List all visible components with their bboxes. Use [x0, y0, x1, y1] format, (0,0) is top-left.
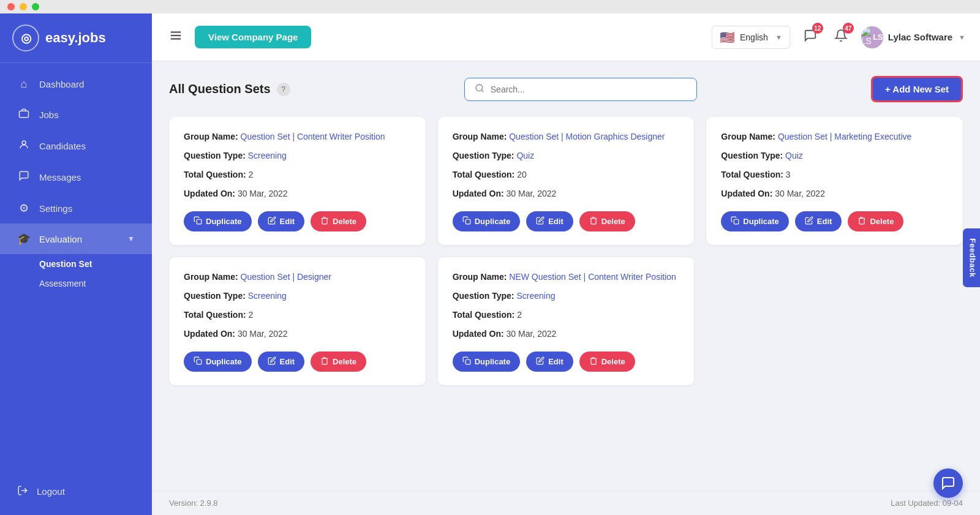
trash-icon [858, 216, 866, 227]
delete-button[interactable]: Delete [848, 211, 903, 231]
svg-rect-9 [734, 219, 739, 224]
card-group-name: Group Name: Question Set | Motion Graphi… [453, 130, 680, 143]
card-actions: Duplicate Edit Delete [453, 351, 680, 372]
duplicate-button[interactable]: Duplicate [453, 211, 521, 231]
edit-button[interactable]: Edit [526, 351, 573, 372]
messages-button[interactable]: 12 [800, 25, 821, 49]
sidebar-subitem-question-set[interactable]: Question Set [39, 254, 152, 274]
card-actions: Duplicate Edit Delete [184, 211, 411, 231]
question-card: Group Name: Question Set | Content Write… [169, 117, 426, 245]
svg-rect-8 [466, 219, 470, 224]
duplicate-button[interactable]: Duplicate [721, 211, 789, 231]
question-card: Group Name: Question Set | Designer Ques… [169, 257, 426, 385]
company-chevron-icon: ▼ [959, 34, 965, 41]
card-total-question: Total Question: 3 [721, 168, 948, 181]
sidebar-nav: ⌂ Dashboard Jobs Candidates Messages ⚙ S… [0, 63, 152, 468]
delete-button[interactable]: Delete [579, 351, 635, 372]
card-group-name: Group Name: Question Set | Designer [184, 271, 411, 284]
duplicate-icon [731, 216, 739, 227]
sidebar-item-label: Dashboard [39, 79, 84, 89]
logout-label: Logout [37, 486, 65, 497]
page-title: All Question Sets [169, 82, 271, 96]
card-group-name: Group Name: Question Set | Content Write… [184, 130, 411, 143]
notifications-button[interactable]: 47 [831, 25, 851, 49]
edit-icon [536, 216, 545, 227]
card-question-type: Question Type: Screening [184, 149, 411, 162]
svg-rect-0 [20, 111, 29, 118]
minimize-dot[interactable] [20, 3, 27, 10]
sidebar-item-evaluation[interactable]: 🎓 Evaluation ▼ [0, 224, 152, 254]
edit-button[interactable]: Edit [795, 211, 842, 231]
trash-icon [320, 356, 329, 367]
question-card: Group Name: NEW Question Set | Content W… [438, 257, 695, 385]
close-dot[interactable] [7, 3, 15, 10]
last-updated-text: Last Updated: 09-04 [891, 498, 963, 508]
company-avatar: LS [861, 26, 883, 48]
evaluation-icon: 🎓 [17, 232, 31, 246]
delete-button[interactable]: Delete [311, 211, 366, 231]
chat-bubble-button[interactable] [933, 468, 963, 498]
home-icon: ⌂ [17, 78, 31, 91]
language-selector[interactable]: 🇺🇸 English ▼ [712, 26, 790, 49]
duplicate-icon [194, 356, 202, 367]
svg-rect-10 [197, 359, 202, 364]
content-header: All Question Sets ? + Add New Set [169, 76, 963, 102]
duplicate-icon [194, 216, 202, 227]
card-updated-on: Updated On: 30 Mar, 2022 [453, 187, 680, 200]
sidebar: ◎ easy.jobs ⌂ Dashboard Jobs Candidates … [0, 13, 152, 515]
card-updated-on: Updated On: 30 Mar, 2022 [721, 187, 948, 200]
card-group-name: Group Name: NEW Question Set | Content W… [453, 271, 680, 284]
card-updated-on: Updated On: 30 Mar, 2022 [453, 328, 680, 340]
sidebar-item-candidates[interactable]: Candidates [0, 130, 152, 162]
card-total-question: Total Question: 2 [184, 168, 411, 181]
sidebar-subitem-assessment[interactable]: Assessment [39, 274, 152, 293]
main-content: View Company Page 🇺🇸 English ▼ 12 47 LS … [152, 13, 980, 515]
logout-item[interactable]: Logout [17, 476, 135, 506]
svg-point-1 [22, 141, 26, 145]
help-icon[interactable]: ? [277, 83, 290, 96]
card-actions: Duplicate Edit Delete [184, 351, 411, 372]
sidebar-item-dashboard[interactable]: ⌂ Dashboard [0, 69, 152, 99]
logo-text: easy.jobs [45, 30, 106, 46]
flag-icon: 🇺🇸 [720, 30, 735, 45]
svg-rect-7 [197, 219, 202, 224]
card-question-type: Question Type: Screening [453, 290, 680, 303]
edit-button[interactable]: Edit [526, 211, 573, 231]
search-input[interactable] [491, 85, 687, 94]
sidebar-item-label: Candidates [39, 141, 86, 151]
card-total-question: Total Question: 20 [453, 168, 680, 181]
add-new-set-button[interactable]: + Add New Set [871, 76, 963, 102]
company-info[interactable]: LS Lylac Software ▼ [861, 26, 965, 48]
sidebar-item-jobs[interactable]: Jobs [0, 99, 152, 130]
card-question-type: Question Type: Quiz [721, 149, 948, 162]
maximize-dot[interactable] [32, 3, 39, 10]
delete-button[interactable]: Delete [311, 351, 366, 372]
delete-button[interactable]: Delete [579, 211, 635, 231]
version-text: Version: 2.9.8 [169, 498, 218, 508]
sidebar-item-settings[interactable]: ⚙ Settings [0, 193, 152, 224]
feedback-tab[interactable]: Feedback [963, 228, 980, 287]
edit-button[interactable]: Edit [258, 351, 305, 372]
hamburger-button[interactable] [167, 26, 185, 48]
duplicate-icon [462, 356, 471, 367]
card-updated-on: Updated On: 30 Mar, 2022 [184, 328, 411, 340]
view-company-button[interactable]: View Company Page [195, 26, 311, 48]
trash-icon [589, 356, 598, 367]
sidebar-item-label: Jobs [39, 110, 59, 120]
settings-icon: ⚙ [17, 201, 31, 215]
messages-badge: 12 [812, 23, 823, 34]
duplicate-button[interactable]: Duplicate [184, 211, 252, 231]
duplicate-button[interactable]: Duplicate [184, 351, 252, 372]
duplicate-button[interactable]: Duplicate [453, 351, 521, 372]
card-updated-on: Updated On: 30 Mar, 2022 [184, 187, 411, 200]
notifications-badge: 47 [843, 23, 854, 34]
sidebar-item-messages[interactable]: Messages [0, 162, 152, 193]
content-area: All Question Sets ? + Add New Set Group … [152, 61, 980, 491]
card-total-question: Total Question: 2 [184, 309, 411, 321]
header: View Company Page 🇺🇸 English ▼ 12 47 LS … [152, 13, 980, 61]
language-label: English [740, 32, 768, 42]
edit-button[interactable]: Edit [258, 211, 305, 231]
chevron-down-icon: ▼ [127, 235, 135, 243]
sidebar-footer: Logout [0, 468, 152, 515]
question-card: Group Name: Question Set | Motion Graphi… [438, 117, 695, 245]
